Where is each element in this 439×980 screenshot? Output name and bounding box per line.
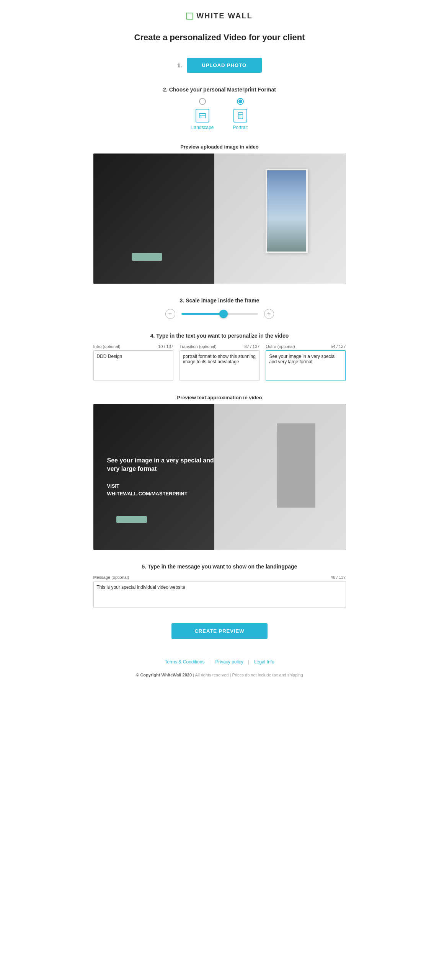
copyright-text: © Copyright WhiteWall 2020 [136, 673, 192, 677]
radio-landscape[interactable] [199, 98, 206, 105]
step1-number: 1. [177, 62, 182, 69]
message-field-label: Message (optional) [93, 575, 129, 580]
preview-visit-text: VISIT WHITEWALL.COM/MASTERPRINT [107, 482, 215, 497]
terms-link[interactable]: Terms & Conditions [165, 659, 204, 665]
slider-thumb[interactable] [219, 310, 228, 318]
preview-right-panel [214, 154, 346, 284]
step3-scale-section: 3. Scale image inside the frame − + [93, 297, 346, 319]
preview-image-box [93, 154, 346, 284]
slider-track[interactable] [181, 313, 258, 315]
create-preview-button[interactable]: CREATE PREVIEW [171, 623, 267, 639]
slider-plus-button[interactable]: + [264, 309, 274, 319]
legal-link[interactable]: Legal Info [254, 659, 274, 665]
preview-left-panel [93, 154, 215, 284]
step4-label: 4. Type in the text you want to personal… [93, 333, 346, 339]
message-field-count: 46 / 137 [331, 575, 346, 580]
svg-rect-3 [238, 112, 243, 119]
portrait-icon [233, 109, 247, 122]
message-textarea[interactable]: This is your special individual video we… [93, 581, 346, 608]
slider-minus-button[interactable]: − [165, 309, 175, 319]
footer-divider-1: | [209, 659, 211, 665]
transition-label: Transition (optional) [180, 344, 217, 349]
step5-label: 5. Type in the message you want to show … [93, 564, 346, 570]
step1-section: 1. UPLOAD PHOTO [93, 58, 346, 73]
gray-artwork-rect [277, 423, 315, 508]
radio-portrait[interactable] [237, 98, 244, 105]
landscape-icon [196, 109, 209, 122]
svg-rect-0 [199, 113, 206, 118]
logo-area: WHITE WALL [93, 11, 346, 21]
step2-section: 2. Choose your personal Masterprint Form… [93, 87, 346, 130]
logo: WHITE WALL [186, 11, 253, 20]
preview-text-section: Preview text approximation in video See … [93, 395, 346, 550]
landscape-label: Landscape [191, 125, 214, 130]
logo-text: WHITE WALL [196, 11, 253, 20]
person-figure [317, 247, 325, 272]
preview-text-box: See your image in a very special and ver… [93, 404, 346, 550]
privacy-link[interactable]: Privacy policy [215, 659, 243, 665]
format-option-landscape[interactable]: Landscape [191, 98, 214, 130]
footer-divider-2: | [248, 659, 249, 665]
transition-field-col: Transition (optional) 87 / 137 portrait … [180, 344, 259, 381]
preview-text-label: Preview text approximation in video [93, 395, 346, 400]
create-btn-wrap: CREATE PREVIEW [93, 623, 346, 639]
person2-figure [322, 519, 329, 542]
preview-text-left: See your image in a very special and ver… [93, 404, 215, 550]
outro-textarea[interactable]: See your image in a very special and ver… [266, 350, 346, 381]
preview-image-section: Preview uploaded image in video [93, 144, 346, 284]
step2-label: 2. Choose your personal Masterprint Form… [93, 87, 346, 93]
outro-field-col: Outro (optional) 54 / 137 See your image… [266, 344, 346, 381]
transition-count: 87 / 137 [244, 344, 259, 349]
preview-visit-line1: VISIT [107, 483, 120, 489]
format-option-portrait[interactable]: Portrait [233, 98, 248, 130]
bench2-decoration [116, 516, 147, 523]
preview-text-right [214, 404, 346, 550]
footer-copyright: © Copyright WhiteWall 2020 | All rights … [93, 673, 346, 677]
page-title: Create a personalized Video for your cli… [93, 33, 346, 42]
preview-visit-line2: WHITEWALL.COM/MASTERPRINT [107, 491, 188, 497]
intro-field-col: Intro (optional) 10 / 137 DDD Design [93, 344, 173, 381]
outro-count: 54 / 137 [331, 344, 346, 349]
step4-section: 4. Type in the text you want to personal… [93, 333, 346, 381]
intro-textarea[interactable]: DDD Design [93, 350, 173, 381]
portrait-frame-decoration [266, 169, 308, 253]
copyright-suffix: | All rights reserved | Prices do not in… [193, 673, 303, 677]
logo-square-icon [186, 13, 193, 20]
scale-label: 3. Scale image inside the frame [93, 297, 346, 304]
intro-label: Intro (optional) [93, 344, 121, 349]
upload-photo-button[interactable]: UPLOAD PHOTO [187, 58, 262, 73]
step5-section: 5. Type in the message you want to show … [93, 564, 346, 609]
outro-label: Outro (optional) [266, 344, 295, 349]
text-fields-grid: Intro (optional) 10 / 137 DDD Design Tra… [93, 344, 346, 381]
footer-links: Terms & Conditions | Privacy policy | Le… [93, 658, 346, 665]
bench-decoration [132, 253, 162, 261]
preview-main-text: See your image in a very special and ver… [107, 456, 215, 474]
portrait-label: Portrait [233, 125, 248, 130]
intro-count: 10 / 137 [158, 344, 173, 349]
preview-image-label: Preview uploaded image in video [93, 144, 346, 150]
transition-textarea[interactable]: portrait format to show this stunning im… [180, 350, 259, 381]
slider-fill [181, 313, 224, 315]
